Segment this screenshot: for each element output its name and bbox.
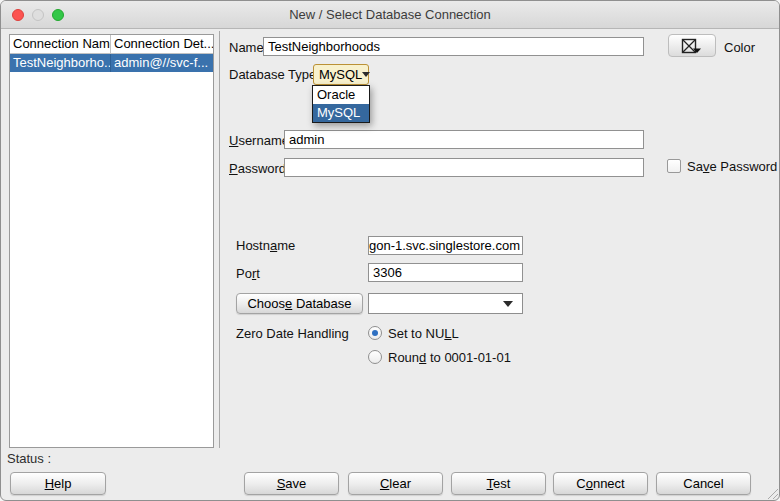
username-input[interactable]: admin: [284, 130, 644, 149]
hostname-input[interactable]: egon-1.svc.singlestore.com: [368, 236, 523, 255]
zero-date-handling-label: Zero Date Handling: [236, 326, 349, 342]
dropdown-option-mysql[interactable]: MySQL: [313, 104, 369, 122]
port-label: Port: [236, 266, 260, 282]
chevron-down-icon: [362, 72, 370, 77]
window-title: New / Select Database Connection: [1, 7, 779, 22]
save-password-label[interactable]: Save Password: [687, 159, 777, 175]
chevron-down-icon: [503, 301, 513, 307]
hostname-label: Hostname: [236, 238, 295, 254]
connections-table-header: Connection Name Connection Det...: [10, 35, 213, 54]
connection-name-cell[interactable]: TestNeighborho...: [10, 54, 111, 72]
radio-round-to-date[interactable]: [368, 350, 382, 364]
database-select-combo[interactable]: [368, 293, 523, 314]
resize-grip[interactable]: [765, 486, 778, 499]
database-type-value: MySQL: [319, 67, 362, 82]
round-to-date-label[interactable]: Round to 0001-01-01: [388, 350, 511, 366]
save-password-checkbox[interactable]: [667, 159, 681, 173]
database-type-dropdown: Oracle MySQL: [312, 85, 370, 123]
database-type-combo[interactable]: MySQL: [313, 64, 369, 85]
column-header-connection-name[interactable]: Connection Name: [10, 35, 111, 53]
database-connection-dialog: New / Select Database Connection Connect…: [0, 0, 780, 501]
connections-table[interactable]: Connection Name Connection Det... TestNe…: [9, 34, 214, 448]
set-to-null-label[interactable]: Set to NULL: [388, 326, 459, 342]
port-input[interactable]: 3306: [368, 263, 523, 282]
status-label: Status :: [7, 451, 51, 466]
password-input[interactable]: [284, 158, 644, 177]
color-label: Color: [724, 40, 755, 56]
panel-divider: [219, 31, 220, 448]
connection-row-selected[interactable]: TestNeighborho... admin@//svc-f...: [10, 54, 213, 72]
choose-database-button[interactable]: Choose Database: [236, 293, 363, 314]
username-label: Username: [229, 133, 289, 149]
name-label: Name: [229, 40, 264, 56]
test-button[interactable]: Test: [451, 472, 546, 495]
column-header-connection-details[interactable]: Connection Det...: [111, 35, 213, 53]
password-label: Password: [229, 161, 286, 177]
color-button[interactable]: [668, 34, 716, 57]
save-button[interactable]: Save: [244, 472, 339, 495]
dropdown-option-oracle[interactable]: Oracle: [313, 86, 369, 104]
connect-button[interactable]: Connect: [553, 472, 648, 495]
radio-set-to-null[interactable]: [368, 326, 382, 340]
cancel-button[interactable]: Cancel: [656, 472, 751, 495]
title-bar[interactable]: New / Select Database Connection: [1, 1, 779, 29]
connection-details-cell[interactable]: admin@//svc-f...: [111, 54, 213, 72]
name-input[interactable]: TestNeighborhoods: [263, 37, 644, 56]
database-type-label: Database Type: [229, 67, 316, 83]
help-button[interactable]: Help: [10, 472, 106, 495]
color-picker-icon: [681, 38, 703, 54]
clear-button[interactable]: Clear: [348, 472, 443, 495]
